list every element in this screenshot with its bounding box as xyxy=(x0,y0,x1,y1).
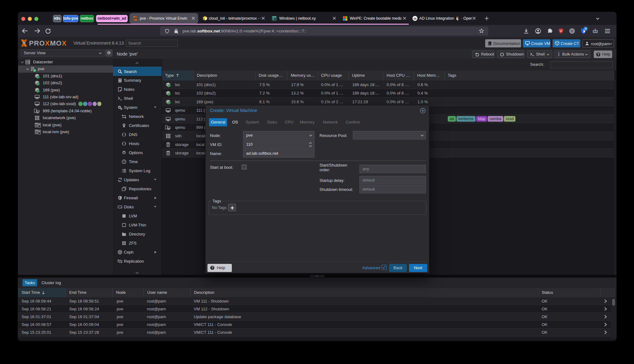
svg-text:!: ! xyxy=(178,32,178,34)
svg-text:OI: OI xyxy=(414,17,417,20)
svg-text:U: U xyxy=(560,29,562,32)
svg-text:V: V xyxy=(571,29,573,33)
